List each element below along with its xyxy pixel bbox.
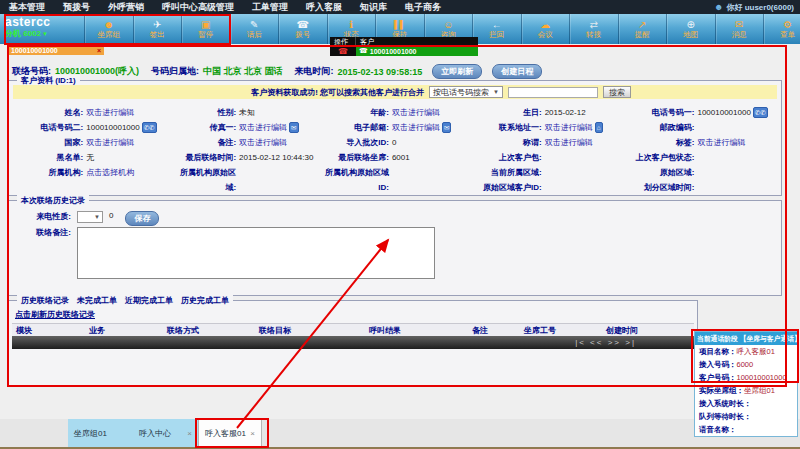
toolbar-button[interactable]: ☎ 拨号 <box>278 14 327 44</box>
customer-field: 国家: 双击进行编辑 <box>13 137 166 148</box>
call-nature-count: 0 <box>109 211 113 220</box>
field-label: 所属机构原始区 <box>166 167 236 178</box>
field-action-icons[interactable]: ✆✆ <box>753 107 768 118</box>
popup-col-customer: 客户 <box>356 37 378 47</box>
customer-field: 上次客户包: <box>471 152 624 163</box>
field-value[interactable]: 无 <box>86 152 94 163</box>
history-tab[interactable]: 历史联络记录 <box>21 295 69 306</box>
toolbar-button[interactable]: ⇄ 转接 <box>569 14 618 44</box>
close-icon[interactable]: × <box>250 429 255 438</box>
menu-item[interactable]: 外呼营销 <box>99 0 153 14</box>
user-icon: ☻ <box>714 2 723 12</box>
field-value[interactable]: 0 <box>392 138 396 147</box>
panel-row-value: 100010001000 <box>737 373 787 382</box>
field-value[interactable]: 点击选择机构 <box>86 167 134 178</box>
region-label: 号码归属地: <box>151 65 199 78</box>
field-label: 域: <box>166 182 236 193</box>
toolbar-button[interactable]: ⊕ 地图 <box>666 14 715 44</box>
close-icon[interactable]: × <box>97 47 101 54</box>
field-value[interactable]: 2015-02-12 10:44:30 <box>239 153 313 162</box>
field-value[interactable]: 未知 <box>239 107 255 118</box>
toolbar-button[interactable]: ✎ 话后 <box>230 14 279 44</box>
close-icon[interactable]: × <box>187 429 192 438</box>
panel-row-label: 接入号码： <box>699 360 737 370</box>
toolbar-button-label: 签出 <box>150 30 165 39</box>
panel-row-label: 项目名称： <box>699 347 737 357</box>
session-tab[interactable]: 呼入中心 × <box>133 419 198 447</box>
pager-controls[interactable]: |< << >> >| <box>575 338 636 347</box>
search-button[interactable]: 搜索 <box>603 86 631 98</box>
toolbar-button-icon: ✈ <box>153 19 161 30</box>
field-label: 导入批次ID: <box>319 137 389 148</box>
active-call-tab[interactable]: 100010001000 × <box>8 45 104 55</box>
field-label: 生日: <box>471 107 541 118</box>
history-column-header: 联络目标 <box>255 325 365 336</box>
toolbar-button[interactable]: ⚙ 查单 <box>763 14 800 44</box>
field-value[interactable]: 100010001000 <box>86 123 139 132</box>
call-panel-row: 语音名称： <box>695 423 797 436</box>
field-action-icons[interactable]: ✆✆ <box>142 122 157 133</box>
field-value[interactable]: 6001 <box>392 153 410 162</box>
field-value[interactable]: 双击进行编辑 <box>697 137 745 148</box>
history-tab[interactable]: 未完成工单 <box>77 295 117 306</box>
toolbar-button[interactable]: ← 拦回 <box>472 14 521 44</box>
field-value[interactable]: 2015-02-12 <box>545 108 586 117</box>
call-time-value: 2015-02-13 09:58:15 <box>338 67 423 77</box>
toolbar-button-icon: ☁ <box>540 19 550 30</box>
menu-item[interactable]: 基本管理 <box>0 0 54 14</box>
field-action-icons[interactable]: ✉ <box>442 122 451 133</box>
menu-item[interactable]: 呼入客服 <box>297 0 351 14</box>
customer-field: 黑名单: 无 <box>13 152 166 163</box>
field-value[interactable]: 双击进行编辑 <box>239 137 287 148</box>
field-value[interactable]: 双击进行编辑 <box>239 122 287 133</box>
menu-item[interactable]: 工单管理 <box>243 0 297 14</box>
field-value[interactable]: 双击进行编辑 <box>545 122 593 133</box>
history-column-header: 业务 <box>85 325 163 336</box>
create-schedule-button[interactable]: 创建日程 <box>492 64 542 79</box>
field-label: 当前所属区域: <box>471 167 541 178</box>
contact-note-textarea[interactable] <box>77 227 435 279</box>
session-tab[interactable]: 坐席组01 <box>68 419 133 447</box>
customer-field: 导入批次ID: 0 <box>319 137 472 148</box>
menu-item[interactable]: 电子商务 <box>396 0 450 14</box>
call-panel-row: 接入系统时长： <box>695 397 797 410</box>
extension-selector[interactable]: 分机 6002 ▾ <box>5 29 84 39</box>
menu-item[interactable]: 预拨号 <box>54 0 99 14</box>
current-call-panel: 当前通话阶段 【坐席与客户通话】 项目名称： 呼入客服01 接入号码： 6000… <box>694 331 798 437</box>
field-value[interactable]: 双击进行编辑 <box>86 107 134 118</box>
history-tab[interactable]: 历史完成工单 <box>181 295 229 306</box>
toolbar-button[interactable]: ▣ 暂停 <box>181 14 230 44</box>
save-button[interactable]: 保存 <box>125 211 159 226</box>
refresh-history-link[interactable]: 点击刷新历史联络记录 <box>15 309 95 320</box>
field-label: 原始区域客户ID: <box>471 182 541 193</box>
toolbar-button[interactable]: ☻ 坐席组 <box>84 14 133 44</box>
field-label: 划分区域时间: <box>624 182 694 193</box>
field-action-icons[interactable]: ✉ <box>289 122 298 133</box>
field-value[interactable]: 双击进行编辑 <box>86 137 134 148</box>
field-value[interactable]: 双击进行编辑 <box>545 137 593 148</box>
table-pager[interactable]: |< << >> >| <box>12 336 694 349</box>
panel-row-label: 实际坐席组： <box>699 386 744 396</box>
active-call-row[interactable]: ☎ 100010001000 <box>356 46 478 56</box>
history-tab[interactable]: 近期完成工单 <box>125 295 173 306</box>
refresh-now-button[interactable]: 立即刷新 <box>432 64 482 79</box>
history-section: 历史联络记录未完成工单近期完成工单历史完成工单 点击刷新历史联络记录 模块业务联… <box>8 300 698 386</box>
menu-item[interactable]: 呼叫中心高级管理 <box>153 0 243 14</box>
field-value[interactable]: 100010001000 <box>697 108 750 117</box>
field-value[interactable]: 双击进行编辑 <box>392 122 440 133</box>
field-value[interactable]: 双击进行编辑 <box>392 107 440 118</box>
toolbar-button[interactable]: ↗ 提醒 <box>618 14 667 44</box>
search-type-select[interactable]: 按电话号码搜索 ▼ <box>429 86 503 98</box>
top-menu-bar: 基本管理预拨号外呼营销呼叫中心高级管理工单管理呼入客服知识库电子商务 ☻ 你好 … <box>0 0 800 14</box>
toolbar-button[interactable]: ✈ 签出 <box>133 14 182 44</box>
panel-row-label: 接入系统时长： <box>699 399 752 409</box>
toolbar-button[interactable]: ☁ 会议 <box>521 14 570 44</box>
menu-item[interactable]: 知识库 <box>351 0 396 14</box>
field-action-icons[interactable]: ⌂ <box>595 122 603 133</box>
session-tab[interactable]: 呼入客服01 × <box>198 419 262 447</box>
customer-search-input[interactable] <box>508 87 598 98</box>
call-nature-select[interactable]: ▼ <box>77 211 103 223</box>
hangup-phone-icon[interactable]: ☎ <box>330 46 356 56</box>
toolbar-button[interactable]: ✉ 消息 <box>715 14 764 44</box>
call-time-label: 来电时间: <box>295 65 334 78</box>
